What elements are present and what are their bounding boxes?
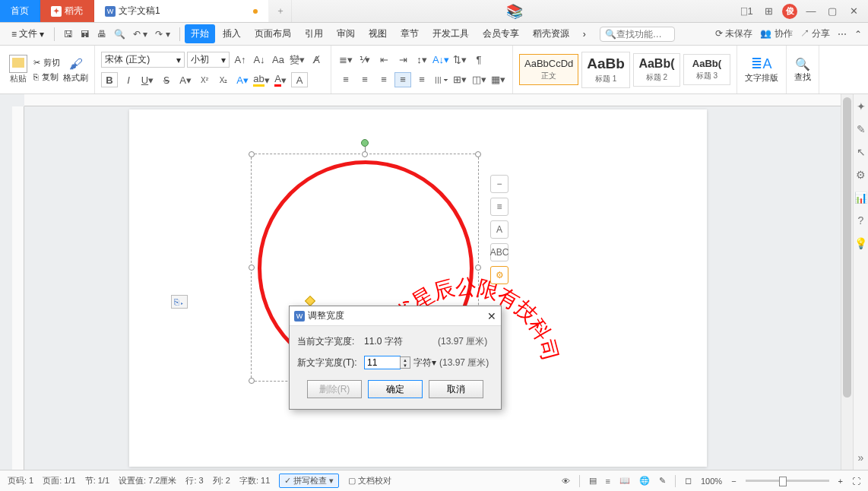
status-section[interactable]: 节: 1/1 [85, 475, 109, 486]
coop-button[interactable]: 👥 协作 [760, 27, 792, 40]
tabstops-button[interactable]: ⊞▾ [451, 72, 468, 87]
status-chars[interactable]: 字数: 11 [239, 475, 270, 486]
view-page-icon[interactable]: ▤ [589, 476, 597, 486]
books-icon[interactable]: 📚 [506, 3, 523, 20]
zoom-in-button[interactable]: + [838, 477, 843, 486]
print-icon[interactable]: 🖶 [97, 29, 106, 40]
rotate-handle[interactable] [361, 139, 369, 147]
workspace-icon[interactable]: ⎕1 [737, 2, 757, 21]
menutab-more[interactable]: › [577, 26, 592, 43]
spellcheck-toggle[interactable]: ✓ 拼写检查 ▾ [279, 474, 339, 488]
vertical-scrollbar[interactable] [841, 94, 853, 470]
align-center-button[interactable]: ≡ [356, 72, 373, 87]
menutab-layout[interactable]: 页面布局 [249, 24, 297, 43]
resize-handle[interactable] [475, 151, 481, 157]
grow-font-icon[interactable]: A↑ [232, 52, 249, 68]
text-icon[interactable]: A [490, 220, 508, 239]
eye-icon[interactable]: 👁 [562, 477, 570, 486]
select-icon[interactable]: ↖ [857, 146, 866, 158]
dialog-close-button[interactable]: ✕ [487, 310, 496, 322]
view-read-icon[interactable]: 📖 [619, 476, 630, 486]
collapse-ribbon-icon[interactable]: ⌃ [854, 29, 862, 40]
unit-dropdown[interactable]: 字符▾ [413, 356, 436, 369]
paste-button[interactable]: 粘贴 [6, 55, 30, 84]
resize-handle[interactable] [249, 151, 255, 157]
align-right-button[interactable]: ≡ [375, 72, 392, 87]
settings-icon[interactable]: ⚙ [856, 169, 866, 181]
linespace-button[interactable]: ↕▾ [413, 52, 430, 68]
layout-options-icon[interactable]: ⎘▸ [171, 295, 188, 309]
emphasis-button[interactable]: A▾ [177, 72, 194, 87]
proof-button[interactable]: ▢ 文档校对 [348, 475, 391, 486]
fit-icon[interactable]: ◻ [685, 476, 692, 486]
sort-button[interactable]: ⇅▾ [451, 52, 468, 68]
font-size-combo[interactable]: 小初▾ [187, 52, 230, 68]
align-justify-button[interactable]: ≡ [394, 72, 411, 87]
wrap-icon[interactable]: ≡ [490, 198, 508, 216]
status-page[interactable]: 页码: 1 [8, 475, 33, 486]
search-box[interactable]: 🔍 [600, 27, 675, 42]
strike-button[interactable]: S̶ [158, 72, 175, 87]
zoom-slider[interactable] [746, 480, 829, 482]
tab-add[interactable]: ＋ [269, 0, 292, 22]
typeset-button[interactable]: ≣A文字排版 [737, 46, 787, 93]
bullets-button[interactable]: ≣▾ [337, 52, 354, 68]
tab-home[interactable]: 首页 [0, 0, 40, 22]
undo-icon[interactable]: ↶ ▾ [133, 29, 147, 40]
page[interactable]: ⎘▸ 广东省星辰公限有技科司 − ≡ A ABC ⚙ W 调整宽度 [129, 109, 707, 467]
indent-inc-button[interactable]: ⇥ [394, 52, 411, 68]
style-normal[interactable]: AaBbCcDd正文 [519, 54, 578, 85]
apps-icon[interactable]: ⊞ [759, 2, 778, 21]
menutab-section[interactable]: 章节 [394, 24, 425, 43]
vertical-ruler[interactable] [12, 106, 24, 470]
cancel-button[interactable]: 取消 [429, 380, 483, 398]
dialog-titlebar[interactable]: W 调整宽度 ✕ [290, 306, 501, 326]
abc-icon[interactable]: ABC [490, 243, 508, 261]
underline-button[interactable]: U▾ [139, 72, 156, 87]
highlight-button[interactable]: ab▾ [253, 72, 270, 87]
menutab-view[interactable]: 视图 [363, 24, 393, 43]
resize-handle[interactable] [249, 378, 255, 384]
collapse-panel-icon[interactable]: » [858, 451, 864, 464]
borders-button[interactable]: ▦▾ [489, 72, 506, 87]
text-dir-button[interactable]: A↓▾ [432, 52, 449, 68]
status-setting[interactable]: 设置值: 7.2厘米 [119, 475, 176, 486]
status-row[interactable]: 行: 3 [185, 475, 203, 486]
clear-format-icon[interactable]: A̸ [308, 52, 325, 68]
align-distribute-button[interactable]: ≡ [413, 72, 430, 87]
shrink-font-icon[interactable]: A↓ [251, 52, 268, 68]
horizontal-ruler[interactable] [24, 94, 841, 106]
ok-button[interactable]: 确定 [368, 380, 423, 398]
effects-icon[interactable]: ⚙ [490, 266, 508, 284]
unsaved-status[interactable]: ⟳ 未保存 [715, 27, 752, 40]
menutab-ref[interactable]: 引用 [299, 24, 329, 43]
char-border-button[interactable]: A [291, 72, 308, 87]
resize-handle[interactable] [362, 151, 368, 157]
collapse-icon[interactable]: − [490, 175, 508, 193]
style-h3[interactable]: AaBb(标题 3 [683, 54, 730, 85]
save-icon[interactable]: 🖫 [64, 29, 73, 40]
font-name-combo[interactable]: 宋体 (正文)▾ [101, 52, 185, 68]
text-effect-button[interactable]: A▾ [234, 72, 251, 87]
pen-icon[interactable]: ✎ [857, 123, 866, 135]
assistant-icon[interactable]: ✦ [857, 100, 866, 112]
numbering-button[interactable]: ⅟▾ [356, 52, 373, 68]
zoom-out-button[interactable]: − [731, 477, 736, 486]
avatar[interactable]: 俊 [780, 2, 800, 21]
menutab-docer[interactable]: 稻壳资源 [527, 24, 575, 43]
cut-button[interactable]: ✂ 剪切 [33, 57, 60, 68]
minimize-button[interactable]: — [801, 2, 821, 21]
view-web-icon[interactable]: 🌐 [639, 476, 650, 486]
bold-button[interactable]: B [101, 72, 118, 87]
saveas-icon[interactable]: 🖬 [81, 29, 90, 40]
phonetic-icon[interactable]: 變▾ [289, 52, 306, 68]
superscript-button[interactable]: X² [196, 72, 213, 87]
tab-document[interactable]: W文字文稿1 [94, 0, 269, 22]
chart-icon[interactable]: 📊 [854, 192, 867, 204]
resize-handle[interactable] [249, 265, 255, 271]
status-pages[interactable]: 页面: 1/1 [43, 475, 75, 486]
view-outline-icon[interactable]: ≡ [606, 477, 610, 486]
copy-button[interactable]: ⎘ 复制 [33, 71, 60, 83]
menutab-start[interactable]: 开始 [185, 24, 215, 43]
menutab-review[interactable]: 审阅 [331, 24, 361, 43]
